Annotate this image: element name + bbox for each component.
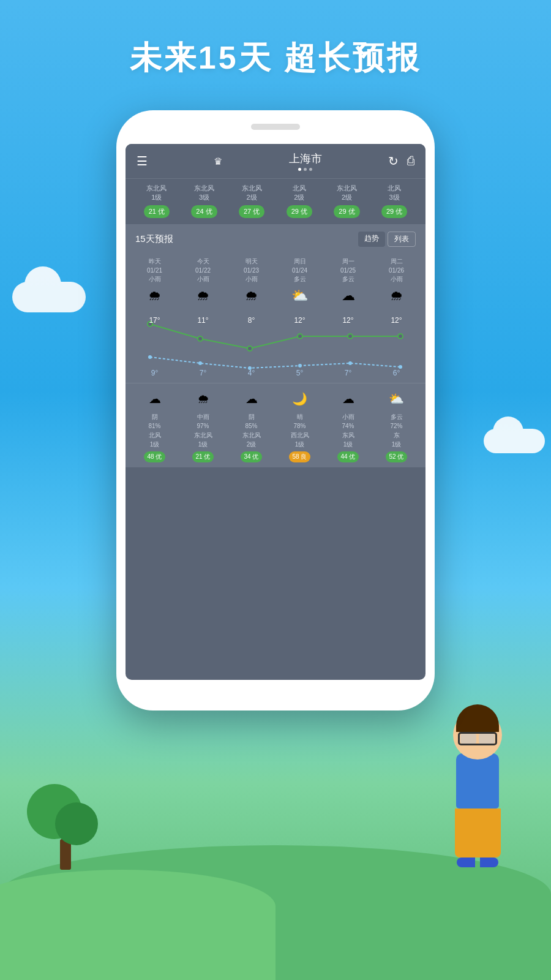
days-grid: 昨天01/21 小雨 🌧 今天01/22 小雨 🌧 明天01/23 小雨 🌧 周…: [126, 252, 425, 313]
svg-point-10: [348, 361, 352, 365]
char-body: [456, 753, 499, 809]
app-header: ☰ ♛ 上海市 ↻ ⎙: [126, 144, 425, 178]
char-feet: [455, 858, 501, 867]
wind-cell: 东北风2级 29 优: [323, 184, 371, 218]
day-cell: 周一01/25 多云 ☁: [324, 254, 372, 311]
menu-icon[interactable]: ☰: [137, 154, 148, 168]
svg-point-9: [298, 364, 302, 368]
dot-2: [304, 168, 307, 171]
temp-chart: 17°11°8°12°12°12° 9°7°4°5°7°6°: [126, 313, 425, 380]
svg-point-1: [198, 336, 203, 341]
svg-point-6: [148, 355, 152, 359]
char-pants: [455, 809, 501, 858]
svg-point-4: [348, 334, 353, 339]
char-head: [453, 710, 502, 760]
forecast-header: 15天预报 趋势列表: [126, 224, 425, 252]
headline: 未来15天 超长预报: [0, 37, 551, 80]
hill-front: [0, 870, 276, 980]
char-hair: [456, 704, 499, 732]
wind-cell: 东北风2级 27 优: [228, 184, 276, 218]
forecast-tabs: 趋势列表: [358, 232, 416, 247]
crown-icon[interactable]: ♛: [214, 156, 222, 167]
svg-point-3: [298, 334, 302, 339]
bg-cloud-right: [484, 429, 545, 453]
day-cell: 昨天01/21 小雨 🌧: [130, 254, 179, 311]
forecast-section: 15天预报 趋势列表 昨天01/21 小雨 🌧 今天01/22 小雨 🌧 明天0…: [126, 224, 425, 467]
svg-point-7: [198, 361, 202, 365]
character: [422, 710, 533, 882]
day-cell: 今天01/22 小雨 🌧: [179, 254, 227, 311]
phone-speaker: [251, 124, 300, 130]
phone-screen: ☰ ♛ 上海市 ↻ ⎙ 东北风1级 21 优 东北风3级 24 优 东北风2级 …: [126, 144, 425, 680]
day-cell: 明天01/23 小雨 🌧: [227, 254, 276, 311]
forecast-title: 15天预报: [135, 233, 173, 245]
night-cell: 🌧 中雨97%东北风1级 21 优: [179, 386, 227, 465]
wind-cell: 东北风3级 24 优: [181, 184, 228, 218]
dot-1: [298, 168, 301, 171]
day-cell: 周二01/26 小雨 🌧: [372, 254, 421, 311]
svg-point-2: [247, 346, 252, 351]
header-actions: ↻ ⎙: [388, 154, 414, 168]
night-cell: ☁ 阴85%东北风2级 34 优: [227, 386, 276, 465]
bg-cloud-left: [12, 282, 86, 312]
wind-cell: 北风2级 29 优: [276, 184, 323, 218]
char-glasses: [458, 732, 497, 745]
dot-3: [309, 168, 312, 171]
city-name: 上海市: [289, 151, 322, 166]
wind-cell: 东北风1级 21 优: [133, 184, 181, 218]
wind-aqi-row: 东北风1级 21 优 东北风3级 24 优 东北风2级 27 优 北风2级 29…: [126, 178, 425, 223]
refresh-icon[interactable]: ↻: [388, 154, 399, 168]
night-cell: ⛅ 多云72%东1级 52 优: [372, 386, 421, 465]
forecast-tab-列表[interactable]: 列表: [388, 232, 416, 247]
night-cell: ☁ 阴81%北风1级 48 优: [130, 386, 179, 465]
tree-top: [27, 784, 82, 839]
night-cell: 🌙 晴78%西北风1级 58 良: [276, 386, 324, 465]
share-icon[interactable]: ⎙: [407, 154, 414, 168]
tree: [49, 796, 82, 870]
night-cell: ☁ 小雨74%东风1级 44 优: [324, 386, 372, 465]
svg-point-5: [398, 334, 403, 339]
wind-cell: 北风3级 29 优: [370, 184, 418, 218]
phone-frame: ☰ ♛ 上海市 ↻ ⎙ 东北风1级 21 优 东北风3级 24 优 东北风2级 …: [116, 110, 435, 710]
night-grid: ☁ 阴81%北风1级 48 优 🌧 中雨97%东北风1级 21 优 ☁ 阴85%…: [126, 383, 425, 467]
forecast-tab-趋势[interactable]: 趋势: [358, 232, 385, 247]
day-cell: 周日01/24 多云 ⛅: [276, 254, 324, 311]
